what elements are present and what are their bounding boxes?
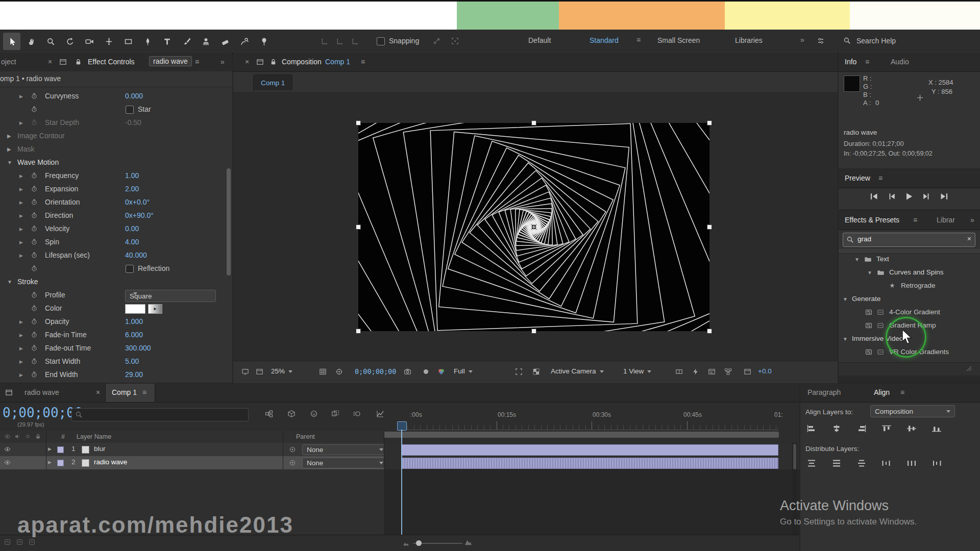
stopwatch-icon[interactable] xyxy=(31,212,38,219)
expand-transfer-controls-icon[interactable] xyxy=(16,539,23,545)
layer-row-radio-wave[interactable]: ▶2radio waveNone xyxy=(0,456,384,470)
camera-dropdown[interactable]: Active Camera xyxy=(551,367,604,375)
composition-frame[interactable] xyxy=(358,123,709,331)
gradient-edit-button[interactable]: ▸ xyxy=(148,304,162,314)
twirl-icon[interactable]: ▶ xyxy=(19,253,23,258)
twirl-icon[interactable]: ▶ xyxy=(19,346,23,351)
selection-handle[interactable] xyxy=(356,329,361,334)
comp-viewer-tab[interactable]: Comp 1 xyxy=(253,74,292,90)
eye-icon[interactable] xyxy=(4,446,11,453)
workspace-settings-icon[interactable] xyxy=(817,37,825,45)
property-row-star[interactable]: Star xyxy=(0,103,232,116)
motion-blur-icon[interactable] xyxy=(353,410,361,418)
timeline-zoom-slider[interactable] xyxy=(416,540,422,546)
property-value[interactable]: 5.00 xyxy=(125,357,139,365)
axis-local-icon[interactable] xyxy=(315,33,333,50)
property-value[interactable]: 29.00 xyxy=(125,370,143,379)
stopwatch-icon[interactable] xyxy=(31,371,38,378)
effect-group-wave-motion[interactable]: ▼Wave Motion xyxy=(0,156,232,169)
distribute-bottom-button[interactable] xyxy=(856,459,867,467)
stopwatch-icon[interactable] xyxy=(31,198,38,206)
zoom-in-mountain-icon[interactable] xyxy=(464,538,472,546)
eraser-tool[interactable] xyxy=(216,33,234,50)
resolution-dropdown[interactable]: Full xyxy=(454,367,473,375)
selection-handle[interactable] xyxy=(707,120,712,126)
align-v-center-button[interactable] xyxy=(906,424,917,433)
tab-preview[interactable]: Preview xyxy=(845,174,870,182)
exposure-value[interactable]: +0.0 xyxy=(758,367,772,375)
tree-item-curves-and-spins[interactable]: ▼Curves and Spins xyxy=(839,266,980,280)
panel-overflow-icon[interactable]: » xyxy=(970,216,974,224)
stopwatch-icon[interactable] xyxy=(31,172,38,179)
twirl-icon[interactable]: ▶ xyxy=(19,227,23,232)
close-icon[interactable]: × xyxy=(245,58,249,66)
distribute-h-center-button[interactable] xyxy=(906,459,917,467)
frame-blending-icon[interactable] xyxy=(331,410,339,418)
property-row-profile[interactable]: ProfileSquare xyxy=(0,289,232,302)
workspace-menu-icon[interactable]: ≡ xyxy=(636,36,641,44)
checkbox-reflection[interactable] xyxy=(126,265,134,273)
workspace-small-screen[interactable]: Small Screen xyxy=(657,36,700,44)
selection-handle[interactable] xyxy=(356,224,361,230)
property-value[interactable]: 6.000 xyxy=(125,331,143,339)
flowchart-button-icon[interactable] xyxy=(724,368,732,375)
stopwatch-icon[interactable] xyxy=(31,225,38,232)
property-value[interactable]: 0x+90.0° xyxy=(125,211,154,219)
checkbox-star[interactable] xyxy=(126,106,134,114)
brush-tool[interactable] xyxy=(178,33,195,50)
time-ruler[interactable]: :00s00:15s00:30s00:45s01: xyxy=(401,404,779,430)
panel-grip-icon[interactable] xyxy=(965,365,973,372)
property-row-color[interactable]: Color▸ xyxy=(0,302,232,315)
property-row-opacity[interactable]: ▶Opacity1.000 xyxy=(0,315,232,329)
twirl-icon[interactable]: ▶ xyxy=(19,240,23,245)
tree-item-retrograde[interactable]: Retrograde xyxy=(839,280,980,293)
pixel-aspect-icon[interactable] xyxy=(675,368,683,375)
project-tab-clipped[interactable]: oject xyxy=(1,58,16,66)
panel-overflow-icon[interactable]: » xyxy=(220,58,225,66)
mask-visibility-icon[interactable] xyxy=(335,368,343,375)
tab-composition[interactable]: Composition xyxy=(282,58,322,66)
twirl-icon[interactable]: ▼ xyxy=(843,296,848,302)
selection-handle[interactable] xyxy=(707,329,712,334)
zoom-out-mountain-icon[interactable] xyxy=(402,539,410,547)
close-icon[interactable]: × xyxy=(48,58,52,66)
property-row-velocity[interactable]: ▶Velocity0.00 xyxy=(0,222,232,236)
twirl-icon[interactable]: ▶ xyxy=(19,200,23,205)
property-row-fade-out-time[interactable]: ▶Fade-out Time300.000 xyxy=(0,342,232,355)
puppet-pin-tool[interactable] xyxy=(255,33,273,50)
channels-icon[interactable] xyxy=(437,368,445,375)
selection-handle[interactable] xyxy=(707,224,712,230)
property-row-star-depth[interactable]: ▶Star Depth-0.50 xyxy=(0,116,232,130)
expander-icon[interactable]: ▶ xyxy=(48,460,52,465)
property-value[interactable]: 300.000 xyxy=(125,344,151,352)
tab-layer-radio-wave[interactable]: radio wave xyxy=(24,388,59,396)
toggle-viewer-lock-icon[interactable] xyxy=(241,368,249,375)
camera-tool[interactable] xyxy=(81,33,98,50)
property-value[interactable]: 0.000 xyxy=(125,92,143,100)
panel-menu-icon[interactable]: ≡ xyxy=(142,388,146,396)
stopwatch-icon[interactable] xyxy=(31,291,38,298)
stopwatch-icon[interactable] xyxy=(31,106,38,113)
twirl-icon[interactable]: ▼ xyxy=(867,270,872,276)
layer-name[interactable]: radio wave xyxy=(94,458,127,466)
twirl-icon[interactable]: ▼ xyxy=(843,336,848,342)
layer-name[interactable]: blur xyxy=(94,445,106,453)
property-value[interactable]: 0x+0.0° xyxy=(125,198,150,206)
grid-guides-icon[interactable] xyxy=(319,368,327,375)
expander-icon[interactable]: ▶ xyxy=(48,446,52,452)
twirl-icon[interactable]: ▼ xyxy=(7,279,12,285)
distribute-top-button[interactable] xyxy=(806,459,817,467)
panel-menu-icon[interactable]: ≡ xyxy=(361,58,365,66)
tab-comp-1[interactable]: Comp 1 ≡ xyxy=(105,384,155,402)
panel-menu-icon[interactable]: ≡ xyxy=(865,58,869,66)
twirl-icon[interactable]: ▶ xyxy=(19,372,23,378)
property-value[interactable]: 2.00 xyxy=(125,185,139,193)
twirl-icon[interactable]: ▶ xyxy=(7,146,11,152)
tab-libraries-clipped[interactable]: Librar xyxy=(937,216,955,224)
roto-brush-tool[interactable] xyxy=(236,33,253,50)
magnification-dropdown[interactable]: 25% xyxy=(271,367,292,375)
property-row-spin[interactable]: ▶Spin4.00 xyxy=(0,236,232,249)
snapping-label[interactable]: Snapping xyxy=(389,37,419,45)
play-button[interactable] xyxy=(904,192,914,201)
hand-tool[interactable] xyxy=(22,33,40,50)
